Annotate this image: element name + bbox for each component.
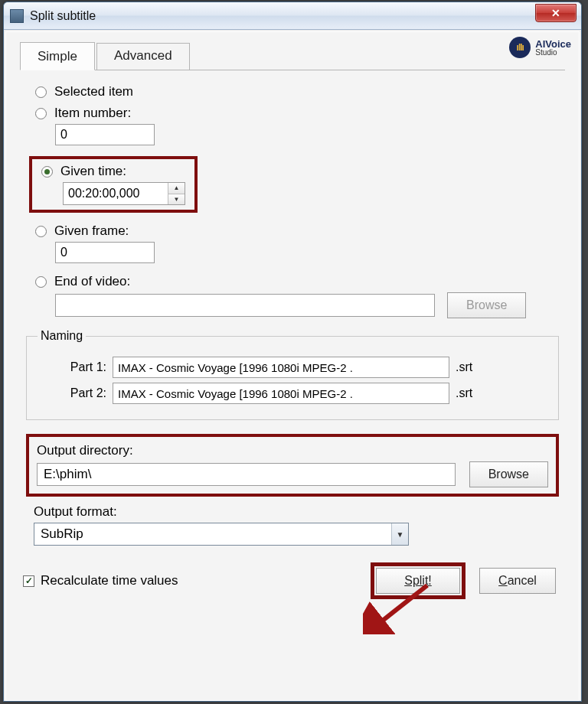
- part1-ext: .srt: [456, 360, 472, 374]
- option-label: Given frame:: [54, 223, 129, 239]
- browse-output-button[interactable]: Browse: [469, 461, 548, 487]
- output-format-select[interactable]: SubRip ▼: [34, 523, 409, 546]
- option-label: Item number:: [54, 106, 131, 121]
- app-icon: [10, 9, 24, 23]
- chevron-up-icon[interactable]: ▲: [168, 183, 185, 194]
- titlebar[interactable]: Split subtitle ✕: [4, 2, 581, 30]
- option-label: Selected item: [54, 84, 133, 99]
- tab-bar: Simple Advanced: [20, 43, 565, 70]
- browse-video-button[interactable]: Browse: [447, 292, 526, 318]
- option-label: End of video:: [54, 274, 130, 289]
- radio-icon: [35, 108, 47, 119]
- highlight-split-button: Split!: [371, 562, 466, 599]
- radio-icon: [35, 86, 47, 98]
- part2-ext: .srt: [456, 386, 472, 400]
- radio-icon: [41, 166, 53, 178]
- recalc-label: Recalculate time values: [41, 573, 178, 588]
- chevron-down-icon[interactable]: ▼: [391, 523, 408, 545]
- output-format-value: SubRip: [34, 526, 391, 542]
- end-of-video-path[interactable]: [55, 294, 435, 317]
- cancel-button[interactable]: Cancel: [479, 568, 556, 594]
- tab-simple[interactable]: Simple: [20, 42, 95, 70]
- highlight-output-dir: Output directory: E:\phim\ Browse: [26, 434, 559, 497]
- naming-legend: Naming: [38, 329, 86, 343]
- split-button[interactable]: Split!: [376, 568, 460, 594]
- given-time-spinner[interactable]: 00:20:00,000 ▲ ▼: [63, 182, 185, 205]
- output-dir-label: Output directory:: [37, 443, 548, 458]
- output-dir-input[interactable]: E:\phim\: [37, 463, 456, 486]
- option-item-number[interactable]: Item number:: [35, 106, 565, 121]
- part2-label: Part 2:: [38, 386, 106, 400]
- part1-filename[interactable]: IMAX - Cosmic Voyage [1996 1080i MPEG-2 …: [113, 357, 449, 378]
- spinner-arrows[interactable]: ▲ ▼: [168, 183, 185, 204]
- chevron-down-icon[interactable]: ▼: [168, 194, 185, 205]
- dialog-window: Split subtitle ✕ ıllı AIVoice Studio Sim…: [3, 2, 582, 702]
- given-frame-input[interactable]: 0: [55, 242, 155, 263]
- radio-icon: [35, 226, 47, 237]
- option-given-frame[interactable]: Given frame:: [35, 223, 565, 239]
- recalc-checkbox[interactable]: ✓ Recalculate time values: [23, 573, 178, 588]
- item-number-input[interactable]: 0: [55, 124, 155, 145]
- given-time-value[interactable]: 00:20:00,000: [64, 183, 168, 204]
- checkbox-icon: ✓: [23, 575, 34, 587]
- option-selected-item[interactable]: Selected item: [35, 84, 565, 99]
- dialog-body: ıllı AIVoice Studio Simple Advanced Sele…: [5, 31, 580, 701]
- close-button[interactable]: ✕: [535, 4, 577, 22]
- option-given-time[interactable]: Given time:: [41, 164, 190, 179]
- radio-icon: [35, 276, 47, 288]
- tab-advanced[interactable]: Advanced: [96, 43, 190, 70]
- window-title: Split subtitle: [30, 9, 96, 23]
- close-icon: ✕: [551, 7, 560, 19]
- part2-filename[interactable]: IMAX - Cosmic Voyage [1996 1080i MPEG-2 …: [113, 383, 449, 404]
- highlight-given-time: Given time: 00:20:00,000 ▲ ▼: [29, 156, 198, 213]
- option-end-of-video[interactable]: End of video:: [35, 274, 565, 289]
- part1-label: Part 1:: [38, 360, 106, 374]
- output-format-label: Output format:: [34, 504, 565, 520]
- option-label: Given time:: [60, 164, 126, 179]
- naming-group: Naming Part 1: IMAX - Cosmic Voyage [199…: [26, 329, 559, 420]
